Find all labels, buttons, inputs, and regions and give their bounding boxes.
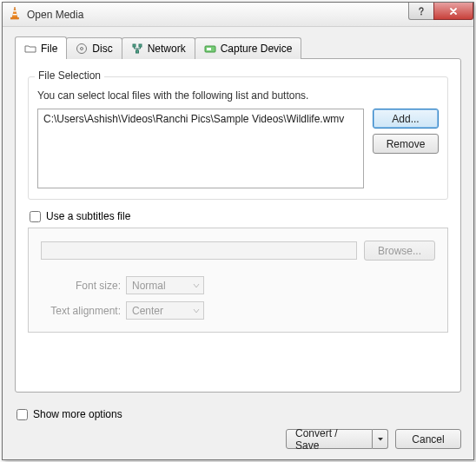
svg-rect-9 — [136, 50, 138, 53]
tab-file-label: File — [41, 43, 57, 55]
add-button-label: Add... — [392, 113, 419, 125]
svg-point-4 — [420, 13, 422, 15]
chevron-down-icon — [193, 280, 200, 292]
alignment-select: Center — [126, 301, 204, 320]
network-icon — [131, 43, 143, 55]
svg-rect-8 — [139, 44, 142, 47]
titlebar: Open Media — [3, 3, 473, 27]
convert-save-button[interactable]: Convert / Save — [286, 429, 373, 449]
file-panel: File Selection You can select local file… — [15, 58, 461, 393]
subtitles-path-input — [41, 241, 357, 260]
help-button[interactable] — [408, 3, 434, 20]
font-size-select: Normal — [126, 276, 204, 294]
more-options-label: Show more options — [33, 408, 122, 420]
svg-rect-7 — [133, 44, 136, 47]
tab-strip: File Disc Network — [15, 37, 461, 59]
cancel-button[interactable]: Cancel — [395, 429, 461, 449]
dialog-content: File Disc Network — [3, 27, 473, 401]
subtitles-checkbox-label: Use a subtitles file — [46, 210, 130, 222]
tab-file[interactable]: File — [15, 36, 67, 59]
svg-point-6 — [81, 48, 83, 50]
browse-button-label: Browse... — [378, 245, 421, 257]
remove-button[interactable]: Remove — [373, 134, 439, 154]
close-icon — [448, 6, 459, 16]
file-list[interactable]: C:\Users\Ashish\Videos\Ranchi Pics\Sampl… — [37, 109, 364, 188]
add-button[interactable]: Add... — [373, 109, 439, 129]
svg-point-5 — [77, 44, 87, 54]
vlc-cone-icon — [8, 6, 22, 23]
capture-device-icon — [204, 43, 216, 54]
chevron-down-icon — [193, 305, 200, 317]
svg-marker-0 — [12, 7, 17, 18]
tab-disc-label: Disc — [92, 43, 112, 55]
file-selection-group: File Selection You can select local file… — [28, 71, 448, 200]
folder-icon — [24, 43, 36, 54]
help-icon — [416, 6, 426, 16]
file-selection-description: You can select local files with the foll… — [37, 89, 439, 102]
alignment-value: Center — [132, 305, 163, 317]
dialog-footer: Show more options Convert / Save Cancel — [3, 401, 473, 459]
disc-icon — [76, 43, 88, 55]
window-title: Open Media — [27, 9, 409, 21]
svg-rect-3 — [11, 17, 19, 19]
alignment-label: Text alignment: — [41, 305, 121, 317]
tab-capture-label: Capture Device — [221, 43, 293, 55]
tab-capture[interactable]: Capture Device — [195, 37, 302, 59]
subtitles-panel: Browse... Font size: Normal Text align — [28, 228, 448, 333]
open-media-dialog: Open Media File — [2, 2, 474, 460]
close-button[interactable] — [433, 3, 473, 20]
font-size-label: Font size: — [41, 280, 121, 292]
svg-rect-1 — [13, 10, 17, 11]
tab-disc[interactable]: Disc — [66, 37, 122, 59]
remove-button-label: Remove — [387, 138, 426, 150]
cancel-button-label: Cancel — [412, 433, 444, 446]
chevron-down-icon — [377, 436, 384, 443]
convert-save-dropdown[interactable] — [373, 429, 388, 449]
font-size-value: Normal — [132, 280, 166, 292]
more-options-checkbox[interactable] — [17, 409, 28, 420]
browse-button: Browse... — [364, 241, 435, 261]
subtitles-checkbox[interactable] — [30, 211, 41, 222]
tab-network[interactable]: Network — [122, 37, 195, 59]
window-buttons — [409, 3, 473, 26]
tab-network-label: Network — [148, 43, 186, 55]
convert-save-label: Convert / Save — [295, 427, 363, 452]
svg-rect-2 — [13, 14, 17, 15]
svg-rect-11 — [207, 48, 211, 50]
convert-save-split-button: Convert / Save — [286, 429, 388, 449]
file-selection-heading: File Selection — [35, 69, 104, 82]
file-list-item[interactable]: C:\Users\Ashish\Videos\Ranchi Pics\Sampl… — [43, 113, 358, 125]
